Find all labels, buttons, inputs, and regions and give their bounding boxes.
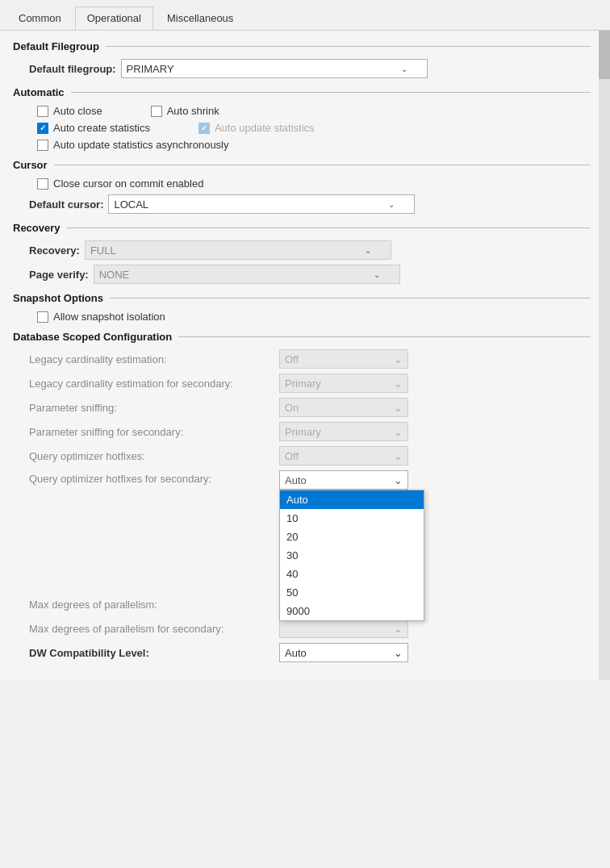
scoped-value-1: Primary (285, 378, 321, 390)
section-automatic: Automatic Auto close Auto shrink Auto cr… (13, 86, 591, 151)
scoped-dropdown-4[interactable]: Off ⌄ (279, 446, 408, 465)
scoped-row-0: Legacy cardinality estimation: Off ⌄ (13, 349, 591, 369)
section-title-cursor: Cursor (13, 159, 591, 171)
auto-update-stats-checkbox (198, 123, 210, 134)
auto-update-stats-item: Auto update statistics (198, 122, 315, 134)
auto-close-checkbox[interactable] (37, 106, 48, 117)
dropdown-item-40[interactable]: 40 (280, 565, 424, 583)
dropdown-open-list: Auto 10 20 30 40 50 9000 (279, 490, 424, 621)
scoped-value-3: Primary (285, 426, 321, 438)
tab-miscellaneous[interactable]: Miscellaneous (155, 6, 245, 30)
section-cursor: Cursor Close cursor on commit enabled De… (13, 159, 591, 214)
scoped-dropdown-3[interactable]: Primary ⌄ (279, 422, 408, 441)
default-filegroup-label: Default filegroup: (29, 63, 116, 75)
scoped-label-4: Query optimizer hotfixes: (29, 450, 279, 462)
allow-snapshot-label: Allow snapshot isolation (53, 311, 165, 323)
open-dropdown-chevron-icon: ⌄ (394, 474, 403, 486)
dw-compat-chevron-icon: ⌄ (394, 647, 403, 659)
auto-create-stats-checkbox[interactable] (37, 123, 48, 134)
section-title-snapshot: Snapshot Options (13, 292, 591, 304)
default-cursor-label: Default cursor: (29, 198, 103, 211)
dropdown-item-9000[interactable]: 9000 (280, 602, 424, 620)
dropdown-item-10[interactable]: 10 (280, 509, 424, 528)
auto-update-stats-label: Auto update statistics (215, 122, 315, 134)
auto-create-stats-item[interactable]: Auto create statistics (37, 122, 150, 134)
scrollbar[interactable] (599, 31, 610, 680)
dropdown-item-30[interactable]: 30 (280, 546, 424, 565)
recovery-dropdown[interactable]: FULL ⌄ (85, 240, 391, 260)
section-default-filegroup: Default Filegroup Default filegroup: PRI… (13, 40, 591, 78)
close-cursor-checkbox[interactable] (37, 178, 48, 190)
scoped-chevron-0-icon: ⌄ (394, 353, 403, 365)
scoped-max-parallelism-sec-label: Max degrees of parallelism for secondary… (29, 623, 279, 635)
scoped-label-3: Parameter sniffing for secondary: (29, 426, 279, 438)
scoped-value-2: On (285, 402, 299, 414)
section-db-scoped: Database Scoped Configuration Legacy car… (13, 331, 591, 662)
scoped-chevron-3-icon: ⌄ (394, 426, 403, 438)
scoped-dropdown-0[interactable]: Off ⌄ (279, 349, 408, 369)
scoped-max-parallelism-sec-chevron-icon: ⌄ (394, 623, 403, 635)
default-cursor-value: LOCAL (114, 198, 148, 211)
close-cursor-row: Close cursor on commit enabled (13, 177, 591, 190)
scoped-row-2: Parameter sniffing: On ⌄ (13, 398, 591, 417)
auto-shrink-checkbox[interactable] (151, 106, 162, 117)
scoped-chevron-1-icon: ⌄ (394, 378, 403, 390)
auto-create-stats-label: Auto create statistics (53, 122, 150, 134)
recovery-row: Recovery: FULL ⌄ (13, 240, 591, 260)
tab-operational[interactable]: Operational (75, 6, 153, 30)
auto-update-stats-async-item[interactable]: Auto update statistics asynchronously (37, 139, 229, 151)
scoped-row-open: Query optimizer hotfixes for secondary: … (13, 470, 591, 490)
default-cursor-row: Default cursor: LOCAL ⌄ (13, 194, 591, 214)
scoped-max-parallelism-sec-dropdown[interactable]: ⌄ (279, 619, 408, 638)
close-cursor-label: Close cursor on commit enabled (53, 177, 203, 190)
scoped-label-open: Query optimizer hotfixes for secondary: (29, 470, 279, 485)
scoped-chevron-2-icon: ⌄ (394, 402, 403, 414)
scoped-dropdown-2[interactable]: On ⌄ (279, 398, 408, 417)
recovery-value: FULL (90, 244, 116, 257)
scoped-value-0: Off (285, 353, 299, 365)
automatic-row-3: Auto update statistics asynchronously (13, 139, 591, 151)
page-verify-chevron-icon: ⌄ (374, 270, 380, 279)
default-cursor-dropdown[interactable]: LOCAL ⌄ (108, 194, 415, 214)
allow-snapshot-item[interactable]: Allow snapshot isolation (37, 311, 165, 323)
dw-compat-row: DW Compatibility Level: Auto ⌄ (13, 643, 591, 662)
section-title-default-filegroup: Default Filegroup (13, 40, 591, 52)
scoped-label-2: Parameter sniffing: (29, 402, 279, 414)
auto-close-label: Auto close (53, 105, 102, 117)
page-verify-value: NONE (99, 269, 130, 281)
dw-compat-label: DW Compatibility Level: (29, 647, 279, 659)
tab-bar: Common Operational Miscellaneous (0, 0, 610, 31)
automatic-row-1: Auto close Auto shrink (13, 105, 591, 117)
open-dropdown-container: Auto ⌄ Auto 10 20 30 40 50 9000 (279, 470, 408, 490)
allow-snapshot-checkbox[interactable] (37, 311, 48, 323)
section-title-automatic: Automatic (13, 86, 591, 98)
dw-compat-dropdown[interactable]: Auto ⌄ (279, 643, 408, 662)
auto-update-stats-async-checkbox[interactable] (37, 140, 48, 151)
section-title-recovery: Recovery (13, 222, 591, 234)
default-filegroup-value: PRIMARY (127, 63, 174, 75)
tab-common[interactable]: Common (6, 6, 73, 30)
scoped-dropdown-1[interactable]: Primary ⌄ (279, 373, 408, 393)
section-snapshot: Snapshot Options Allow snapshot isolatio… (13, 292, 591, 323)
default-filegroup-dropdown[interactable]: PRIMARY ⌄ (121, 59, 428, 78)
auto-close-item[interactable]: Auto close (37, 105, 102, 117)
dropdown-item-50[interactable]: 50 (280, 583, 424, 602)
dropdown-item-20[interactable]: 20 (280, 528, 424, 546)
scoped-row-3: Parameter sniffing for secondary: Primar… (13, 422, 591, 441)
default-filegroup-row: Default filegroup: PRIMARY ⌄ (13, 59, 591, 78)
close-cursor-item[interactable]: Close cursor on commit enabled (37, 177, 203, 190)
scoped-label-1: Legacy cardinality estimation for second… (29, 378, 279, 390)
scrollbar-thumb[interactable] (599, 31, 610, 79)
open-dropdown-selected: Auto (285, 474, 307, 486)
section-recovery: Recovery Recovery: FULL ⌄ Page verify: N… (13, 222, 591, 284)
default-cursor-chevron-icon: ⌄ (388, 200, 395, 209)
recovery-label: Recovery: (29, 244, 80, 257)
page-verify-row: Page verify: NONE ⌄ (13, 265, 591, 284)
auto-shrink-item[interactable]: Auto shrink (151, 105, 219, 117)
dw-compat-value: Auto (285, 647, 307, 659)
dropdown-item-auto[interactable]: Auto (280, 490, 424, 509)
open-dropdown-trigger[interactable]: Auto ⌄ (279, 470, 408, 490)
scoped-max-parallelism-label: Max degrees of parallelism: (29, 599, 279, 611)
page-verify-dropdown[interactable]: NONE ⌄ (94, 265, 400, 284)
main-content: Default Filegroup Default filegroup: PRI… (0, 31, 610, 680)
